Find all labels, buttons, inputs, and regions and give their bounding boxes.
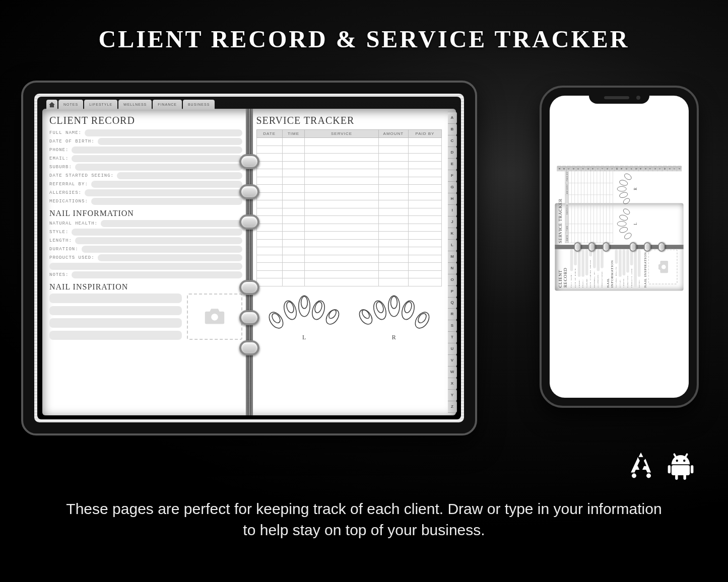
table-cell[interactable] [379,278,409,286]
table-cell[interactable] [256,208,282,216]
client-box-5[interactable] [117,172,242,179]
table-cell[interactable] [256,200,282,208]
table-cell[interactable] [305,270,379,278]
table-cell[interactable] [305,263,379,271]
client-box-8[interactable] [91,198,242,205]
left-hand-diagram[interactable]: L [259,289,349,341]
table-cell[interactable] [379,169,409,177]
table-cell[interactable] [282,192,304,200]
nail-box-3[interactable] [82,246,242,253]
table-cell[interactable] [408,270,441,278]
nail-box-1[interactable] [72,229,242,236]
table-cell[interactable] [305,161,379,169]
table-row[interactable] [256,177,442,185]
table-row[interactable] [256,154,442,162]
table-cell[interactable] [379,208,409,216]
table-cell[interactable] [256,263,282,271]
table-cell[interactable] [256,169,282,177]
table-cell[interactable] [256,138,282,146]
alpha-tab-n[interactable]: N [448,262,457,274]
alpha-tab-g[interactable]: G [448,181,457,193]
table-cell[interactable] [408,200,441,208]
top-tab-business[interactable]: BUSINESS [183,100,215,110]
table-cell[interactable] [379,192,409,200]
top-tab-finance[interactable]: FINANCE [153,100,182,110]
client-box-4[interactable] [585,249,588,275]
table-row[interactable] [256,247,442,255]
table-row[interactable] [256,224,442,232]
table-row[interactable] [256,200,442,208]
alpha-tab-w[interactable]: W [663,166,668,171]
client-box-3[interactable] [72,155,242,162]
table-cell[interactable] [305,146,379,154]
home-tab[interactable] [46,100,57,110]
table-cell[interactable] [379,154,409,162]
alpha-tab-m[interactable]: M [448,251,457,263]
nail-box-5[interactable] [49,263,242,270]
table-cell[interactable] [305,192,379,200]
client-box-2[interactable] [578,249,581,276]
nail-box-2[interactable] [623,249,626,275]
table-cell[interactable] [408,185,441,193]
table-cell[interactable] [282,232,304,240]
alpha-tab-h[interactable]: H [448,193,457,205]
table-cell[interactable] [379,263,409,271]
table-cell[interactable] [256,154,282,162]
table-cell[interactable] [305,138,379,146]
table-cell[interactable] [282,270,304,278]
table-cell[interactable] [305,216,379,224]
table-cell[interactable] [379,177,409,185]
alpha-tab-y[interactable]: Y [672,166,677,171]
alpha-tab-d[interactable]: D [448,147,457,159]
table-cell[interactable] [408,255,441,263]
top-tab-notes[interactable]: NOTES [58,100,83,110]
alpha-tab-x[interactable]: X [667,166,672,171]
table-cell[interactable] [282,169,304,177]
alpha-tab-t[interactable]: T [448,331,457,343]
nail-box-0[interactable] [101,220,242,227]
table-cell[interactable] [256,192,282,200]
table-row[interactable] [256,161,442,169]
client-box-3[interactable] [581,249,584,276]
table-cell[interactable] [256,270,282,278]
table-cell[interactable] [256,216,282,224]
table-cell[interactable] [256,255,282,263]
table-cell[interactable] [256,146,282,154]
alpha-tab-n[interactable]: N [619,166,624,171]
table-cell[interactable] [408,169,441,177]
table-cell[interactable] [305,200,379,208]
alpha-tab-c[interactable]: C [448,135,457,147]
alpha-tab-f[interactable]: F [448,170,457,182]
alpha-tab-z[interactable]: Z [448,401,457,413]
table-row[interactable] [256,138,442,146]
right-hand-diagram[interactable]: R [349,289,439,341]
table-row[interactable] [256,255,442,263]
table-cell[interactable] [282,247,304,255]
table-cell[interactable] [282,200,304,208]
table-cell[interactable] [408,154,441,162]
table-cell[interactable] [305,208,379,216]
table-cell[interactable] [305,255,379,263]
table-cell[interactable] [379,255,409,263]
client-box-7[interactable] [597,249,600,271]
alpha-tab-f[interactable]: F [581,166,586,171]
client-box-2[interactable] [72,147,242,154]
table-cell[interactable] [408,192,441,200]
client-box-1[interactable] [98,138,242,145]
table-cell[interactable] [408,278,441,286]
table-cell[interactable] [379,239,409,247]
table-cell[interactable] [305,224,379,232]
alpha-tab-p[interactable]: P [629,166,634,171]
alpha-tab-p[interactable]: P [448,285,457,298]
alpha-tab-q[interactable]: Q [448,297,457,309]
client-box-8[interactable] [601,249,604,268]
alpha-tab-g[interactable]: G [585,166,590,171]
table-cell[interactable] [305,169,379,177]
alpha-tab-b[interactable]: B [448,123,457,135]
table-cell[interactable] [256,278,282,286]
table-cell[interactable] [282,224,304,232]
table-cell[interactable] [379,247,409,255]
alpha-tab-r[interactable]: R [448,308,457,320]
table-cell[interactable] [282,146,304,154]
nail-box-1[interactable] [619,249,622,276]
